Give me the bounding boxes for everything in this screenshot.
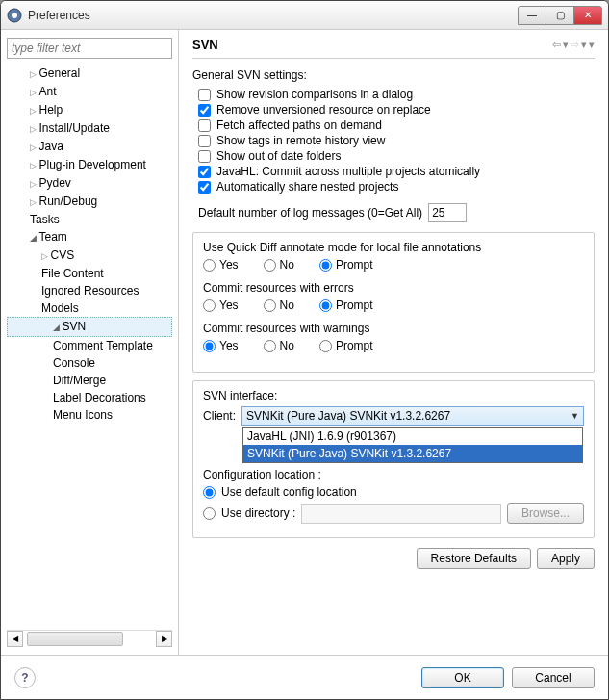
tree-item-tasks[interactable]: Tasks: [7, 211, 172, 228]
tree-item-help[interactable]: Help: [7, 101, 172, 119]
chk-outofdate-label: Show out of date folders: [216, 149, 341, 163]
client-option-svnkit[interactable]: SVNKit (Pure Java) SVNKit v1.3.2.6267: [243, 445, 582, 462]
commit-err-no[interactable]: [264, 299, 276, 312]
client-option-javahl[interactable]: JavaHL (JNI) 1.6.9 (r901367): [243, 428, 582, 445]
chk-autoshare[interactable]: [198, 181, 211, 194]
svn-interface-group: SVN interface: Client: SVNKit (Pure Java…: [192, 380, 595, 538]
chk-fetch[interactable]: [198, 119, 211, 132]
tree-item-comment[interactable]: Comment Template: [7, 337, 172, 354]
tree-item-java[interactable]: Java: [7, 138, 172, 156]
tree-item-console[interactable]: Console: [7, 354, 172, 372]
tree-item-plugin[interactable]: Plug-in Development: [7, 156, 172, 174]
titlebar[interactable]: Preferences — ▢ ✕: [1, 1, 608, 30]
commit-err-yes[interactable]: [203, 299, 216, 312]
radio-group-box: Use Quick Diff annotate mode for local f…: [192, 232, 595, 373]
minimize-button[interactable]: —: [518, 6, 546, 25]
general-settings-label: General SVN settings:: [192, 68, 595, 82]
tree-item-pydev[interactable]: Pydev: [7, 174, 172, 193]
quickdiff-prompt[interactable]: [319, 259, 332, 272]
tree-item-svn[interactable]: SVN: [7, 317, 172, 337]
app-icon: [7, 8, 22, 23]
apply-button[interactable]: Apply: [537, 548, 595, 569]
preferences-tree[interactable]: General Ant Help Install/Update Java Plu…: [7, 65, 172, 630]
scroll-thumb[interactable]: [27, 632, 123, 646]
back-icon[interactable]: ⇦: [552, 39, 561, 51]
tree-item-diffmerge[interactable]: Diff/Merge: [7, 372, 172, 389]
commit-err-prompt[interactable]: [319, 299, 332, 312]
logmsg-label: Default number of log messages (0=Get Al…: [198, 206, 422, 220]
tree-item-team[interactable]: Team: [7, 228, 172, 246]
back-menu-icon[interactable]: ▾: [563, 39, 569, 51]
tree-item-menuicons[interactable]: Menu Icons: [7, 406, 172, 424]
chevron-down-icon: ▼: [571, 411, 579, 421]
chk-remove[interactable]: [198, 104, 211, 117]
config-loc-label: Configuration location :: [203, 468, 584, 481]
commit-warn-prompt[interactable]: [319, 340, 332, 352]
quickdiff-yes[interactable]: [203, 259, 216, 272]
client-combo-value: SVNKit (Pure Java) SVNKit v1.3.2.6267: [246, 409, 571, 423]
preferences-window: Preferences — ▢ ✕ General Ant Help Insta…: [0, 0, 609, 700]
help-icon[interactable]: ?: [14, 667, 36, 688]
restore-defaults-button[interactable]: Restore Defaults: [417, 548, 531, 569]
tree-item-models[interactable]: Models: [7, 299, 172, 317]
quickdiff-no[interactable]: [264, 259, 276, 272]
tree-item-rundebug[interactable]: Run/Debug: [7, 193, 172, 211]
chk-remove-label: Remove unversioned resource on replace: [216, 103, 431, 117]
window-title: Preferences: [28, 9, 519, 22]
chk-tags[interactable]: [198, 135, 211, 147]
tree-item-ignored[interactable]: Ignored Resources: [7, 282, 172, 299]
sidebar: General Ant Help Install/Update Java Plu…: [1, 30, 179, 655]
client-label: Client:: [203, 409, 236, 423]
svg-point-1: [12, 13, 17, 18]
cfg-default-label: Use default config location: [221, 485, 357, 499]
chk-tags-label: Show tags in remote history view: [216, 134, 385, 147]
content-pane: SVN ⇦ ▾ ⇨ ▾ ▾ General SVN settings: Show…: [179, 30, 608, 655]
browse-button[interactable]: Browse...: [507, 503, 584, 524]
scroll-right-icon[interactable]: ▶: [156, 631, 172, 647]
chk-autoshare-label: Automatically share nested projects: [216, 180, 398, 194]
client-dropdown: JavaHL (JNI) 1.6.9 (r901367) SVNKit (Pur…: [242, 427, 583, 463]
chk-revision-label: Show revision comparisons in a dialog: [216, 88, 413, 101]
quickdiff-label: Use Quick Diff annotate mode for local f…: [203, 241, 584, 254]
cfg-dir-label: Use directory :: [221, 506, 295, 520]
cfg-default-radio[interactable]: [203, 486, 216, 499]
chk-fetch-label: Fetch affected paths on demand: [216, 118, 382, 132]
cfg-dir-input[interactable]: [301, 504, 501, 524]
client-combo[interactable]: SVNKit (Pure Java) SVNKit v1.3.2.6267 ▼ …: [241, 406, 584, 426]
forward-icon[interactable]: ⇨: [571, 39, 579, 51]
commit-warn-no[interactable]: [264, 340, 276, 352]
commit-err-label: Commit resources with errors: [203, 281, 584, 295]
cfg-dir-radio[interactable]: [203, 507, 216, 520]
logmsg-input[interactable]: [428, 203, 467, 222]
maximize-button[interactable]: ▢: [546, 6, 574, 25]
tree-item-general[interactable]: General: [7, 65, 172, 83]
forward-menu-icon[interactable]: ▾: [581, 39, 587, 51]
chk-outofdate[interactable]: [198, 150, 211, 163]
commit-warn-yes[interactable]: [203, 340, 216, 352]
sidebar-scrollbar[interactable]: ◀ ▶: [7, 630, 172, 647]
chk-javahl[interactable]: [198, 166, 211, 178]
filter-input[interactable]: [7, 38, 172, 59]
close-button[interactable]: ✕: [573, 6, 602, 25]
commit-warn-label: Commit resources with warnings: [203, 322, 584, 335]
scroll-left-icon[interactable]: ◀: [7, 631, 23, 647]
ok-button[interactable]: OK: [421, 667, 504, 688]
tree-item-filecontent[interactable]: File Content: [7, 265, 172, 282]
tree-item-labeldec[interactable]: Label Decorations: [7, 389, 172, 406]
tree-item-cvs[interactable]: CVS: [7, 246, 172, 265]
page-title: SVN: [192, 38, 552, 52]
dialog-footer: ? OK Cancel: [1, 655, 608, 699]
svn-interface-label: SVN interface:: [203, 389, 584, 402]
tree-item-install[interactable]: Install/Update: [7, 119, 172, 138]
chk-javahl-label: JavaHL: Commit across multiple projects …: [216, 165, 480, 178]
cancel-button[interactable]: Cancel: [512, 667, 595, 688]
tree-item-ant[interactable]: Ant: [7, 83, 172, 101]
chk-revision[interactable]: [198, 89, 211, 101]
view-menu-icon[interactable]: ▾: [589, 39, 595, 51]
